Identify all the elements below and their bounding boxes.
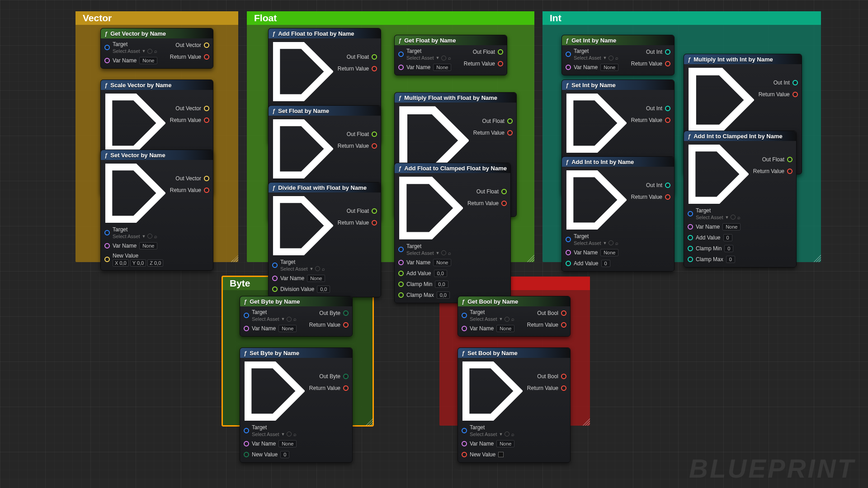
resize-grip[interactable] xyxy=(231,255,238,262)
exec-in[interactable] xyxy=(688,67,754,133)
asset-picker[interactable]: Select Asset ▼ ⌕ xyxy=(252,316,297,322)
pin[interactable] xyxy=(665,117,670,123)
node-title[interactable]: ƒSet Int by Name xyxy=(562,80,674,90)
pin-out_int[interactable]: Out Int xyxy=(646,181,670,189)
pin[interactable] xyxy=(372,143,377,149)
node-get-vector[interactable]: ƒGet Vector by Name TargetSelect Asset ▼… xyxy=(100,28,213,69)
asset-picker[interactable]: Select Asset ▼ ⌕ xyxy=(574,55,618,61)
pin-div_value[interactable]: Division Value 0,0 xyxy=(272,285,333,293)
node-title[interactable]: ƒGet Bool by Name xyxy=(458,296,570,306)
pin[interactable] xyxy=(561,322,566,328)
var-name-default[interactable]: None xyxy=(433,259,451,266)
pin-out_vector[interactable]: Out Vector xyxy=(175,104,209,113)
pin[interactable] xyxy=(462,452,467,457)
node-add-f-clamp[interactable]: ƒAdd Float to Clamped Float by Name Targ… xyxy=(394,163,511,303)
asset-picker[interactable]: Select Asset ▼ ⌕ xyxy=(696,215,741,220)
pin[interactable] xyxy=(398,247,404,252)
pin[interactable] xyxy=(787,157,793,162)
exec-in[interactable] xyxy=(566,93,627,154)
var-name-default[interactable]: None xyxy=(600,249,618,256)
pin-target[interactable]: TargetSelect Asset ▼ ⌕ xyxy=(104,226,165,239)
pin-return-value[interactable]: Return Value xyxy=(170,116,209,124)
pin[interactable] xyxy=(688,211,693,216)
pin-out_float[interactable]: Out Float xyxy=(347,207,377,215)
node-get-int[interactable]: ƒGet Int by Name TargetSelect Asset ▼ ⌕V… xyxy=(561,35,675,75)
pin-out_bool[interactable]: Out Bool xyxy=(537,309,566,317)
pin-target[interactable]: TargetSelect Asset ▼ ⌕ xyxy=(104,41,165,54)
pin[interactable] xyxy=(787,169,793,174)
pin[interactable] xyxy=(501,201,507,206)
pin[interactable] xyxy=(566,237,571,242)
pin-return-value[interactable]: Return Value xyxy=(631,116,670,124)
node-div-float[interactable]: ƒDivide Float with Float by Name TargetS… xyxy=(268,182,381,297)
pin-return-value[interactable]: Return Value xyxy=(309,321,349,329)
asset-picker[interactable]: Select Asset ▼ ⌕ xyxy=(252,432,297,437)
pin[interactable] xyxy=(244,441,249,446)
pin[interactable] xyxy=(372,131,377,137)
pin-target[interactable]: TargetSelect Asset ▼ ⌕ xyxy=(272,259,333,272)
exec-in[interactable] xyxy=(566,169,627,230)
pin-out_byte[interactable]: Out Byte xyxy=(319,309,349,317)
pin[interactable] xyxy=(372,66,377,71)
pin-var-name[interactable]: Var Name None xyxy=(104,242,165,250)
asset-picker[interactable]: Select Asset ▼ ⌕ xyxy=(113,48,157,54)
pin[interactable] xyxy=(104,243,110,249)
comment-title[interactable]: Float xyxy=(247,11,534,25)
comment-title[interactable]: Vector xyxy=(75,11,238,25)
pin-return-value[interactable]: Return Value xyxy=(631,193,670,201)
pin[interactable] xyxy=(665,49,670,55)
var-name-default[interactable]: None xyxy=(600,64,618,71)
comment-title[interactable]: Int xyxy=(542,11,821,25)
pin[interactable] xyxy=(566,52,571,57)
node-title[interactable]: ƒMultiply Int with Int by Name xyxy=(684,54,802,64)
node-title[interactable]: ƒAdd Int to Clamped Int by Name xyxy=(684,131,796,141)
pin[interactable] xyxy=(204,54,209,60)
pin-return-value[interactable]: Return Value xyxy=(338,219,377,227)
default-value[interactable]: 0 xyxy=(726,256,735,263)
exec-in[interactable] xyxy=(272,41,333,102)
var-name-default[interactable]: None xyxy=(278,440,297,447)
pin-target[interactable]: TargetSelect Asset ▼ ⌕ xyxy=(566,233,627,246)
node-title[interactable]: ƒMultiply Float with Float by Name xyxy=(395,93,516,103)
pin[interactable] xyxy=(462,428,467,433)
asset-picker[interactable]: Select Asset ▼ ⌕ xyxy=(406,250,451,256)
var-name-default[interactable]: None xyxy=(139,242,157,249)
node-title[interactable]: ƒSet Vector by Name xyxy=(101,150,213,160)
node-title[interactable]: ƒGet Byte by Name xyxy=(240,296,352,306)
vec-z[interactable]: Z 0,0 xyxy=(147,259,163,267)
pin[interactable] xyxy=(665,106,670,111)
pin[interactable] xyxy=(343,310,349,316)
pin[interactable] xyxy=(398,271,404,276)
var-name-default[interactable]: None xyxy=(496,325,514,332)
default-value[interactable]: 0,0 xyxy=(317,286,330,293)
node-title[interactable]: ƒSet Byte by Name xyxy=(240,348,352,358)
node-get-bool[interactable]: ƒGet Bool by Name TargetSelect Asset ▼ ⌕… xyxy=(458,296,571,337)
pin[interactable] xyxy=(498,61,503,66)
pin[interactable] xyxy=(561,310,566,316)
pin-var-name[interactable]: Var Name None xyxy=(272,274,333,282)
pin-return-value[interactable]: Return Value xyxy=(464,60,503,68)
exec-in[interactable] xyxy=(104,93,165,154)
pin-return-value[interactable]: Return Value xyxy=(309,384,349,392)
pin-var-name[interactable]: Var Name None xyxy=(398,63,459,71)
pin-var-name[interactable]: Var Name None xyxy=(462,324,523,333)
pin-out_float[interactable]: Out Float xyxy=(476,188,507,196)
pin-return-value[interactable]: Return Value xyxy=(759,90,798,99)
pin-var-name[interactable]: Var Name None xyxy=(398,258,463,267)
node-add-i2i[interactable]: ƒAdd Int to Int by Name TargetSelect Ass… xyxy=(561,156,675,272)
node-title[interactable]: ƒGet Int by Name xyxy=(562,35,674,45)
pin-clamp_min[interactable]: Clamp Min 0 xyxy=(688,244,749,253)
exec-in[interactable] xyxy=(398,176,463,240)
pin[interactable] xyxy=(507,130,513,136)
node-title[interactable]: ƒAdd Float to Float by Name xyxy=(269,28,381,38)
default-value[interactable]: 0,0 xyxy=(435,281,448,288)
pin[interactable] xyxy=(507,118,513,124)
pin-new_value[interactable]: New Value 0 xyxy=(244,450,305,459)
asset-picker[interactable]: Select Asset ▼ ⌕ xyxy=(113,234,157,239)
pin[interactable] xyxy=(372,220,377,225)
pin[interactable] xyxy=(462,441,467,446)
exec-in[interactable] xyxy=(244,361,305,422)
pin-return-value[interactable]: Return Value xyxy=(170,186,209,194)
default-value[interactable]: 0 xyxy=(723,234,732,241)
pin-clamp_min[interactable]: Clamp Min 0,0 xyxy=(398,280,463,288)
